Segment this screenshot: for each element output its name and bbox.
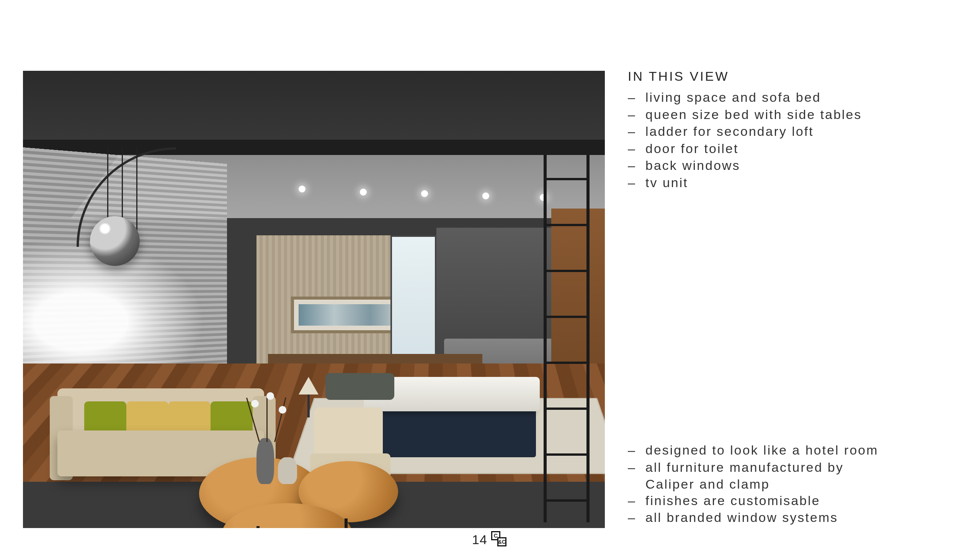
- list-item: queen size bed with side tables: [628, 106, 919, 123]
- list-item: living space and sofa bed: [628, 89, 919, 106]
- slide-footer: 14 C &C: [0, 531, 980, 548]
- view-items-list: living space and sofa bed queen size bed…: [628, 89, 919, 191]
- list-item: tv unit: [628, 174, 919, 191]
- notes-list-cont: finishes are customisable all branded wi…: [628, 492, 919, 526]
- brand-logo-icon: C &C: [491, 531, 508, 548]
- section-heading: IN THIS VIEW: [628, 69, 919, 84]
- logo-letter-bottom: &C: [497, 537, 506, 546]
- notes-block: designed to look like a hotel room all f…: [628, 442, 919, 527]
- page-number: 14: [472, 532, 487, 547]
- list-item: back windows: [628, 157, 919, 174]
- list-item: all branded window systems: [628, 509, 919, 526]
- presentation-slide: IN THIS VIEW living space and sofa bed q…: [0, 0, 980, 551]
- list-item: ladder for secondary loft: [628, 123, 919, 140]
- list-item: door for toilet: [628, 140, 919, 157]
- interior-render-image: [23, 71, 605, 528]
- list-item: finishes are customisable: [628, 492, 919, 509]
- list-item: designed to look like a hotel room: [628, 442, 919, 458]
- note-continuation: Caliper and clamp: [628, 476, 919, 492]
- view-description-block: IN THIS VIEW living space and sofa bed q…: [628, 69, 919, 191]
- notes-list: designed to look like a hotel room all f…: [628, 442, 919, 475]
- list-item: all furniture manufactured by: [628, 459, 919, 476]
